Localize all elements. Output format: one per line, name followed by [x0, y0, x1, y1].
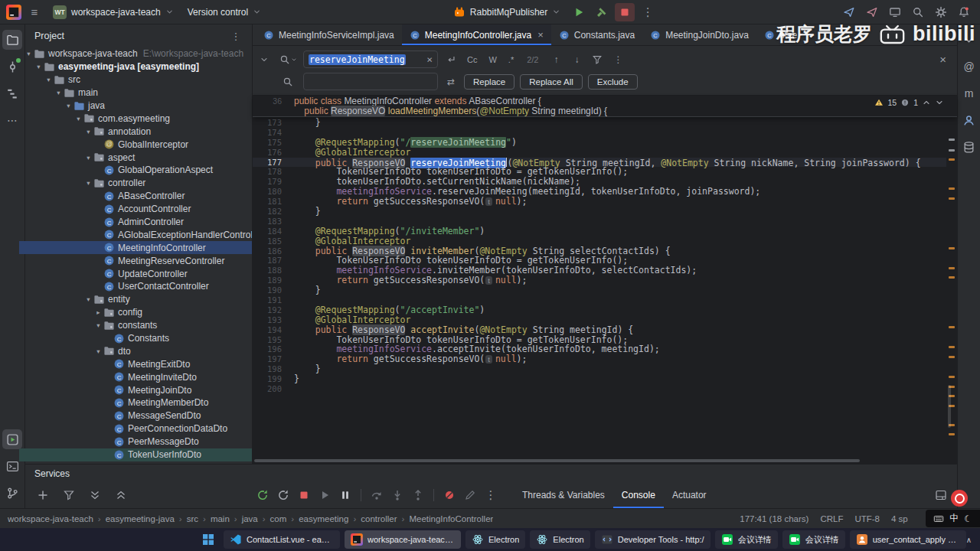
prev-match-button[interactable]: ↑ [548, 52, 564, 67]
more-tools-button[interactable]: ⋯ [2, 110, 22, 130]
line-number[interactable]: 36 [253, 96, 294, 106]
tree-chevron[interactable]: ▸ [93, 308, 103, 316]
newline-toggle[interactable] [443, 52, 459, 67]
recorder-button[interactable] [951, 490, 968, 507]
taskbar-item[interactable]: user_contact_apply @ea [850, 530, 966, 549]
more-run-actions-button[interactable]: ⋮ [638, 3, 658, 21]
taskbar-item[interactable]: Developer Tools - http:/ [595, 530, 710, 549]
structure-tool-button[interactable] [2, 83, 22, 103]
hide-toolbar-icon[interactable] [959, 30, 979, 50]
restart-button[interactable] [275, 487, 292, 504]
editor-tab[interactable]: CConstants.java [551, 24, 642, 45]
prev-problem-icon[interactable] [922, 98, 931, 107]
tree-item[interactable]: CPeerMessageDto [19, 435, 252, 448]
tree-chevron[interactable]: ▾ [34, 63, 44, 70]
line-number[interactable]: 182 [253, 207, 294, 217]
line-number[interactable]: 184 [253, 227, 294, 236]
exclude-button[interactable]: Exclude [588, 74, 638, 90]
tree-item[interactable]: ▾easymeeting-java [easymeeting] [19, 60, 252, 73]
line-number[interactable]: 193 [253, 315, 294, 325]
filter-services-button[interactable] [59, 486, 79, 504]
tree-item[interactable]: CMeetingInviteDto [19, 370, 252, 383]
start-button[interactable] [198, 530, 219, 549]
horizontal-scrollbar[interactable] [253, 458, 957, 464]
clear-search-icon[interactable]: × [426, 54, 433, 65]
code-line[interactable]: 176 @GlobalInterceptor [253, 148, 957, 158]
replace-all-button[interactable]: Replace All [520, 74, 583, 90]
breadcrumb-item[interactable]: easymeeting-java [106, 514, 175, 523]
services-tool-button[interactable] [2, 429, 22, 449]
line-number[interactable]: 174 [253, 128, 294, 138]
line-number[interactable]: 185 [253, 236, 294, 246]
share-icon[interactable] [839, 3, 859, 21]
tree-item[interactable]: CMeetingInfoController [19, 241, 252, 254]
tree-item[interactable]: CMeetingReserveController [19, 254, 252, 267]
code-line[interactable]: 189 return getSuccessResponseVO(tnull); [253, 276, 957, 285]
breadcrumb-item[interactable]: com [270, 514, 287, 523]
collapse-all-button[interactable] [111, 486, 131, 504]
taskbar-item[interactable]: Electron [530, 530, 590, 549]
git-tool-button[interactable] [2, 483, 22, 503]
code-line[interactable]: 198 } [253, 364, 957, 374]
code-line[interactable]: 190 } [253, 285, 957, 295]
evaluate-expression-button[interactable] [462, 487, 479, 504]
tree-chevron[interactable]: ▾ [83, 128, 93, 135]
line-number[interactable]: 199 [253, 374, 294, 384]
code-line[interactable]: 173 } [253, 118, 957, 128]
code-line[interactable]: 200 [253, 384, 957, 394]
main-menu-button[interactable]: ≡ [24, 3, 44, 21]
settings-button[interactable] [931, 3, 951, 21]
editor-tab[interactable]: CMeetingInfoServiceImpl.java [256, 24, 402, 45]
step-over-button[interactable] [368, 487, 385, 504]
remote-dev-icon[interactable] [885, 3, 905, 21]
line-number[interactable]: 179 [253, 177, 294, 187]
tree-item[interactable]: ▾java [19, 99, 252, 112]
tree-item[interactable]: CAGlobalExceptionHandlerController [19, 228, 252, 241]
layout-settings-button[interactable] [931, 486, 951, 504]
tree-chevron[interactable]: ▾ [74, 115, 83, 122]
expand-all-button[interactable] [85, 486, 105, 504]
taskbar-item[interactable]: workspace-java-teach — [345, 530, 461, 549]
tree-item[interactable]: ▾annotation [19, 125, 252, 138]
line-number[interactable]: 194 [253, 325, 294, 335]
replace-history-button[interactable] [278, 77, 298, 87]
tree-item[interactable]: @GlobalInterceptor [19, 138, 252, 151]
debugger-tab[interactable]: Console [613, 482, 664, 508]
tree-chevron[interactable]: ▾ [93, 347, 103, 355]
mute-breakpoints-button[interactable] [441, 487, 458, 504]
project-widget[interactable]: WT workspace-java-teach [47, 3, 179, 21]
code-line[interactable]: 182 } [253, 207, 957, 217]
code-editor[interactable]: 173 }174175 @RequestMapping("/reserveJoi… [253, 117, 957, 458]
project-options-button[interactable]: ⋮ [226, 27, 246, 45]
tree-item[interactable]: ▾controller [19, 177, 252, 190]
editor-tab[interactable]: CMeetingInfoController.java× [402, 24, 551, 45]
collapse-search-icon[interactable] [256, 54, 273, 65]
indent-style[interactable]: 4 spaces [891, 514, 908, 523]
line-number[interactable]: 177 [253, 158, 294, 168]
line-number[interactable]: 192 [253, 305, 294, 315]
replace-input[interactable] [303, 73, 438, 90]
taskbar-item[interactable]: 会议详情 [715, 530, 778, 549]
whole-words-toggle[interactable]: W [485, 54, 499, 66]
line-number[interactable]: 191 [253, 295, 294, 305]
tree-chevron[interactable]: ▾ [24, 50, 34, 57]
line-number[interactable]: 173 [253, 118, 294, 128]
debugger-more-button[interactable]: ⋮ [482, 487, 499, 504]
code-line[interactable]: public ResponseVO loadMeetingMembers(@No… [253, 106, 957, 116]
tree-item[interactable]: CMeetingExitDto [19, 357, 252, 370]
breadcrumb-item[interactable]: workspace-java-teach [8, 514, 93, 523]
close-tab-icon[interactable]: × [537, 29, 544, 41]
tree-item[interactable]: CUpdateController [19, 267, 252, 280]
taskbar-item[interactable]: ContactList.vue - easym [224, 530, 340, 549]
line-number[interactable]: 198 [253, 364, 294, 374]
resume-button[interactable] [316, 487, 333, 504]
regex-toggle[interactable]: .* [505, 54, 517, 66]
tree-item[interactable]: CMessageSendDto [19, 409, 252, 422]
tree-item[interactable]: CPeerConnectionDataDto [19, 422, 252, 435]
tray-expand-icon[interactable]: ∧ [966, 536, 972, 544]
tree-item[interactable]: CMeetingMemberDto [19, 396, 252, 409]
tree-item[interactable]: ▸config [19, 306, 252, 319]
tree-chevron[interactable]: ▾ [54, 89, 64, 96]
rerun-button[interactable] [254, 487, 271, 504]
debugger-tab[interactable]: Threads & Variables [514, 482, 613, 508]
